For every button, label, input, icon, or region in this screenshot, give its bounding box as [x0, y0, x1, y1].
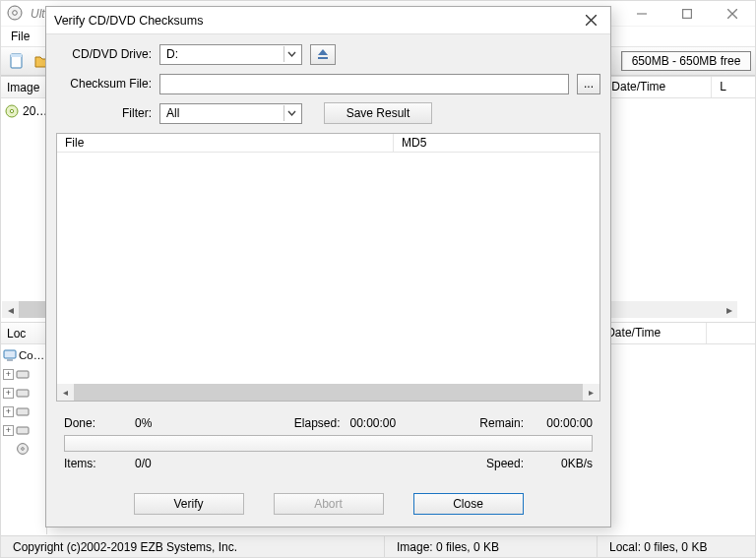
close-main-button[interactable]: [710, 1, 755, 26]
expand-icon[interactable]: +: [3, 425, 14, 436]
local-tree-item[interactable]: +: [3, 384, 44, 402]
abort-button-label: Abort: [314, 497, 343, 511]
filter-label: Filter:: [56, 106, 159, 120]
drive-select[interactable]: D:: [159, 44, 302, 65]
scroll-right-arrow-icon[interactable]: ▸: [721, 301, 737, 318]
maximize-button[interactable]: [664, 1, 710, 26]
chevron-down-icon: [284, 46, 299, 62]
menu-file[interactable]: File: [5, 28, 35, 45]
file-list-panel: File MD5 ◂ ▸: [56, 133, 600, 402]
image-tree-header: Image: [1, 77, 51, 98]
drive-icon: [16, 404, 30, 418]
filter-select-value: All: [166, 106, 179, 120]
close-button[interactable]: Close: [413, 493, 524, 515]
svg-rect-15: [17, 427, 29, 434]
checksum-file-input[interactable]: [159, 74, 569, 94]
svg-rect-7: [11, 54, 22, 57]
status-local: Local: 0 files, 0 KB: [598, 536, 755, 557]
abort-button[interactable]: Abort: [274, 493, 384, 515]
save-result-label: Save Result: [346, 106, 410, 120]
done-label: Done:: [64, 416, 135, 430]
svg-point-17: [22, 448, 25, 451]
expand-icon[interactable]: +: [3, 369, 14, 380]
close-button-label: Close: [453, 497, 483, 511]
local-tree-root[interactable]: Co…: [3, 346, 44, 364]
local-tree-header: Loc: [1, 323, 46, 344]
chevron-down-icon: [284, 105, 299, 121]
scroll-left-arrow-icon[interactable]: ◂: [2, 301, 19, 318]
scroll-left-arrow-icon[interactable]: ◂: [57, 384, 74, 401]
dialog-titlebar: Verify CD/DVD Checksums: [46, 7, 610, 34]
progress-stats: Done: 0% Elapsed: 00:00:00 Remain: 00:00…: [56, 413, 600, 473]
local-tree-item[interactable]: +: [3, 421, 44, 439]
local-tree-root-label: Co…: [19, 349, 44, 361]
status-copyright: Copyright (c)2002-2019 EZB Systems, Inc.: [1, 536, 385, 557]
save-result-button[interactable]: Save Result: [324, 102, 432, 124]
elapsed-value: 00:00:00: [341, 416, 415, 430]
local-tree[interactable]: Co… + + + +: [1, 344, 46, 461]
svg-point-1: [13, 10, 18, 15]
svg-rect-3: [683, 9, 692, 18]
local-tree-item[interactable]: +: [3, 365, 44, 383]
remain-value: 00:00:00: [524, 416, 593, 430]
dialog-buttons: Verify Abort Close: [56, 493, 600, 515]
image-tree-root-label: 20…: [23, 104, 47, 118]
local-tree-item[interactable]: +: [3, 403, 44, 420]
elapsed-label: Elapsed:: [274, 416, 341, 430]
file-list-header: File MD5: [57, 134, 599, 153]
speed-label: Speed:: [465, 457, 524, 470]
file-list-body[interactable]: [57, 153, 599, 384]
window-buttons: [619, 1, 755, 26]
col-date-time[interactable]: Date/Time: [603, 77, 712, 97]
svg-rect-20: [318, 57, 328, 59]
drive-select-value: D:: [166, 47, 178, 61]
eject-button[interactable]: [310, 44, 336, 65]
drive-icon: [16, 367, 30, 381]
browse-button-label: ...: [584, 77, 594, 91]
app-icon: [7, 5, 25, 23]
col-md5[interactable]: MD5: [394, 134, 599, 152]
drive-icon: [16, 423, 30, 437]
expand-icon[interactable]: +: [3, 388, 14, 399]
svg-rect-10: [4, 350, 16, 358]
svg-rect-13: [17, 390, 29, 397]
file-list-hscrollbar[interactable]: ◂ ▸: [57, 384, 599, 401]
svg-rect-12: [17, 371, 29, 378]
drive-icon: [16, 386, 30, 400]
minimize-button[interactable]: [619, 1, 664, 26]
progress-bar: [64, 435, 593, 452]
local-tree-panel: Loc Co… + + + +: [1, 323, 47, 534]
dialog-title: Verify CD/DVD Checksums: [54, 14, 571, 28]
capacity-indicator: 650MB - 650MB free: [621, 51, 751, 71]
col-extra[interactable]: L: [712, 77, 731, 97]
dialog-close-button[interactable]: [571, 7, 610, 33]
svg-rect-14: [17, 408, 29, 415]
remain-label: Remain:: [465, 416, 524, 430]
expand-icon[interactable]: +: [3, 406, 14, 417]
col-date-time[interactable]: Date/Time: [598, 323, 707, 343]
local-tree-item[interactable]: [3, 440, 44, 458]
verify-checksums-dialog: Verify CD/DVD Checksums CD/DVD Drive: D:…: [45, 6, 611, 527]
computer-icon: [3, 348, 17, 362]
image-tree-root[interactable]: 20…: [5, 102, 47, 120]
statusbar: Copyright (c)2002-2019 EZB Systems, Inc.…: [1, 535, 755, 557]
verify-button-label: Verify: [173, 497, 203, 511]
eject-icon: [315, 47, 331, 61]
browse-button[interactable]: ...: [577, 74, 600, 94]
svg-rect-11: [7, 359, 13, 361]
cd-drive-icon: [16, 442, 30, 456]
svg-point-9: [10, 109, 13, 112]
image-tree[interactable]: 20…: [1, 98, 51, 125]
disc-icon: [5, 104, 19, 118]
items-value: 0/0: [135, 457, 223, 470]
col-file[interactable]: File: [57, 134, 394, 152]
checksum-file-label: Checksum File:: [56, 77, 159, 91]
status-image: Image: 0 files, 0 KB: [385, 536, 598, 557]
verify-button[interactable]: Verify: [134, 493, 244, 515]
items-label: Items:: [64, 457, 135, 470]
speed-value: 0KB/s: [524, 457, 593, 470]
toolbar-new-button[interactable]: [5, 49, 29, 73]
done-value: 0%: [135, 416, 223, 430]
filter-select[interactable]: All: [159, 103, 302, 124]
scroll-right-arrow-icon[interactable]: ▸: [583, 384, 599, 401]
